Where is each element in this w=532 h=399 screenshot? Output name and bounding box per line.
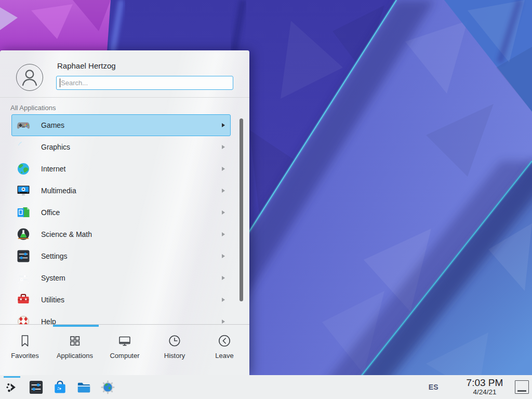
category-label: System bbox=[41, 274, 65, 282]
submenu-arrow-icon bbox=[222, 232, 225, 236]
settings-icon bbox=[16, 249, 31, 263]
leave-icon bbox=[217, 333, 232, 349]
tab-leave[interactable]: Leave bbox=[200, 327, 249, 375]
utilities-icon bbox=[16, 292, 31, 307]
help-icon bbox=[16, 314, 31, 324]
category-label: Games bbox=[41, 121, 64, 129]
science-icon bbox=[16, 227, 31, 242]
taskbar-app-launcher[interactable] bbox=[0, 375, 24, 399]
discover-icon bbox=[52, 379, 68, 395]
category-label: Science & Math bbox=[41, 230, 92, 238]
tab-computer[interactable]: Computer bbox=[100, 327, 150, 375]
konqueror-icon bbox=[100, 379, 116, 395]
category-row-internet[interactable]: Internet bbox=[11, 158, 231, 180]
category-row-games[interactable]: Games bbox=[11, 114, 231, 136]
submenu-arrow-icon bbox=[222, 276, 225, 280]
category-row-science-math[interactable]: Science & Math bbox=[11, 223, 231, 245]
submenu-arrow-icon bbox=[222, 320, 225, 324]
text-caret bbox=[60, 78, 60, 87]
category-row-multimedia[interactable]: Multimedia bbox=[11, 180, 231, 202]
tab-bar: Favorites Applications Computer History … bbox=[0, 327, 249, 375]
category-label: Graphics bbox=[41, 143, 70, 151]
dolphin-icon bbox=[76, 379, 92, 395]
category-row-utilities[interactable]: Utilities bbox=[11, 289, 231, 311]
submenu-arrow-icon bbox=[222, 189, 225, 193]
system-icon bbox=[16, 271, 31, 285]
tab-label: Favorites bbox=[11, 352, 38, 360]
digital-clock[interactable]: 7:03 PM 4/24/21 bbox=[463, 378, 506, 396]
submenu-arrow-icon bbox=[222, 145, 225, 149]
submenu-arrow-icon bbox=[222, 210, 225, 215]
tab-label: Computer bbox=[110, 352, 139, 360]
show-desktop-button[interactable] bbox=[515, 380, 529, 394]
settings-app-icon bbox=[28, 379, 44, 395]
search-input[interactable] bbox=[56, 76, 233, 90]
taskbar-app-web-browser[interactable] bbox=[96, 375, 119, 399]
keyboard-layout-indicator[interactable]: ES bbox=[429, 383, 438, 391]
system-tray: ES 7:03 PM 4/24/21 bbox=[429, 378, 529, 396]
history-icon bbox=[167, 333, 182, 349]
office-icon bbox=[16, 205, 31, 220]
tab-label: Leave bbox=[215, 352, 233, 360]
internet-icon bbox=[16, 162, 31, 176]
application-launcher-menu: Raphael Hertzog All Applications Games G… bbox=[0, 50, 249, 375]
tab-applications[interactable]: Applications bbox=[50, 327, 100, 375]
taskbar-app-file-manager[interactable] bbox=[72, 375, 96, 399]
taskbar-apps bbox=[0, 375, 119, 399]
tab-label: Applications bbox=[57, 352, 93, 360]
bookmark-icon bbox=[17, 333, 33, 349]
kde-launcher-icon bbox=[4, 379, 20, 395]
graphics-icon bbox=[16, 140, 31, 154]
category-label: Office bbox=[41, 208, 60, 217]
category-row-help[interactable]: Help bbox=[11, 311, 231, 324]
category-label: Settings bbox=[41, 252, 68, 260]
tab-favorites[interactable]: Favorites bbox=[0, 327, 50, 375]
multimedia-icon bbox=[16, 183, 31, 198]
section-label: All Applications bbox=[10, 104, 56, 112]
desktop: Raphael Hertzog All Applications Games G… bbox=[0, 0, 532, 399]
category-label: Utilities bbox=[41, 296, 64, 304]
submenu-arrow-icon bbox=[222, 167, 225, 171]
submenu-arrow-icon bbox=[222, 254, 225, 258]
clock-time: 7:03 PM bbox=[463, 378, 506, 389]
app-grid-icon bbox=[67, 333, 83, 349]
category-row-system[interactable]: System bbox=[11, 267, 231, 289]
scrollbar[interactable] bbox=[240, 118, 243, 301]
category-label: Multimedia bbox=[41, 187, 76, 195]
tabbar-divider bbox=[0, 324, 249, 325]
submenu-arrow-icon bbox=[222, 123, 225, 127]
clock-date: 4/24/21 bbox=[463, 389, 506, 396]
user-icon bbox=[17, 64, 43, 90]
tab-history[interactable]: History bbox=[150, 327, 200, 375]
user-name: Raphael Hertzog bbox=[57, 61, 116, 70]
taskbar: ES 7:03 PM 4/24/21 bbox=[0, 375, 532, 399]
tab-label: History bbox=[164, 352, 185, 360]
category-row-graphics[interactable]: Graphics bbox=[11, 136, 231, 158]
user-avatar[interactable] bbox=[16, 64, 43, 91]
category-list: Games Graphics Internet Multimedia bbox=[0, 114, 249, 324]
submenu-arrow-icon bbox=[222, 298, 225, 302]
taskbar-app-discover[interactable] bbox=[48, 375, 72, 399]
header-divider bbox=[0, 97, 249, 98]
gamepad-icon bbox=[16, 118, 31, 132]
category-row-office[interactable]: Office bbox=[11, 202, 231, 223]
computer-icon bbox=[117, 333, 132, 349]
taskbar-app-system-settings[interactable] bbox=[24, 375, 48, 399]
category-label: Help bbox=[41, 317, 56, 324]
search-field-wrap bbox=[56, 76, 233, 90]
category-row-settings[interactable]: Settings bbox=[11, 245, 231, 267]
category-label: Internet bbox=[41, 165, 65, 173]
